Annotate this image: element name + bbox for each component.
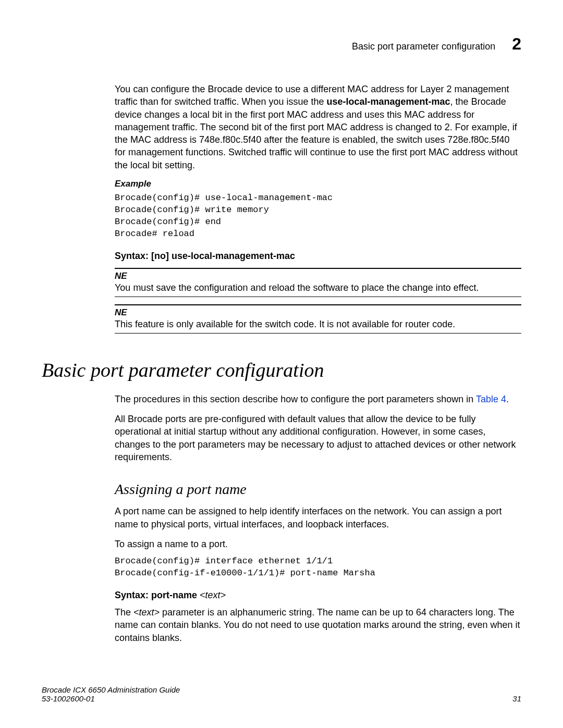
example-label: Example: [115, 179, 521, 189]
intro-text-bold: use-local-management-mac: [327, 96, 450, 107]
syntax-line-1: Syntax: [no] use-local-management-mac: [115, 251, 521, 262]
syntax-command: [no] use-local-management-mac: [149, 251, 295, 261]
section-body: The procedures in this section describe …: [115, 393, 521, 644]
syntax-command: port-name: [151, 590, 200, 600]
intro-text-mid: , the Brocade device changes a local bit…: [115, 96, 518, 170]
doc-number: 53-1002600-01: [42, 694, 180, 703]
code-block-2: Brocade(config)# interface ethernet 1/1/…: [115, 556, 521, 579]
intro-paragraph: You can configure the Brocade device to …: [115, 83, 521, 171]
sub-para-1: A port name can be assigned to help iden…: [115, 505, 521, 530]
page-number: 31: [512, 694, 521, 703]
section-para-1: The procedures in this section describe …: [115, 393, 521, 405]
note-title: NE: [115, 271, 521, 281]
text-run: The: [115, 607, 133, 618]
document-page: Basic port parameter configuration 2 You…: [0, 0, 563, 728]
syntax-arg: <text>: [200, 590, 226, 600]
running-header-title: Basic port parameter configuration: [352, 41, 495, 52]
arg-text: <text>: [133, 607, 160, 618]
table-link[interactable]: Table 4: [476, 394, 506, 404]
chapter-number: 2: [512, 34, 521, 54]
note-block-1: NE You must save the configuration and r…: [115, 268, 521, 297]
body-block-1: You can configure the Brocade device to …: [115, 83, 521, 334]
subsection-heading: Assigning a port name: [115, 481, 521, 498]
section-heading: Basic port parameter configuration: [42, 359, 521, 381]
note-text: This feature is only available for the s…: [115, 319, 521, 330]
section-para-2: All Brocade ports are pre-configured wit…: [115, 413, 521, 463]
syntax-label: Syntax:: [115, 590, 151, 600]
footer-left: Brocade ICX 6650 Administration Guide 53…: [42, 685, 180, 703]
text-run: The procedures in this section describe …: [115, 394, 476, 404]
text-run: .: [506, 394, 509, 404]
sub-para-2: To assign a name to a port.: [115, 538, 521, 550]
doc-title: Brocade ICX 6650 Administration Guide: [42, 685, 180, 694]
note-text: You must save the configuration and relo…: [115, 282, 521, 293]
syntax-label: Syntax:: [115, 251, 149, 261]
syntax2-paragraph: The <text> parameter is an alphanumeric …: [115, 606, 521, 644]
syntax-line-2: Syntax: port-name <text>: [115, 590, 521, 601]
note-block-2: NE This feature is only available for th…: [115, 304, 521, 334]
text-run: parameter is an alphanumeric string. The…: [115, 607, 520, 643]
code-block-1: Brocade(config)# use-local-management-ma…: [115, 192, 521, 240]
note-title: NE: [115, 307, 521, 318]
running-header: Basic port parameter configuration 2: [42, 34, 521, 54]
page-footer: Brocade ICX 6650 Administration Guide 53…: [42, 685, 521, 703]
